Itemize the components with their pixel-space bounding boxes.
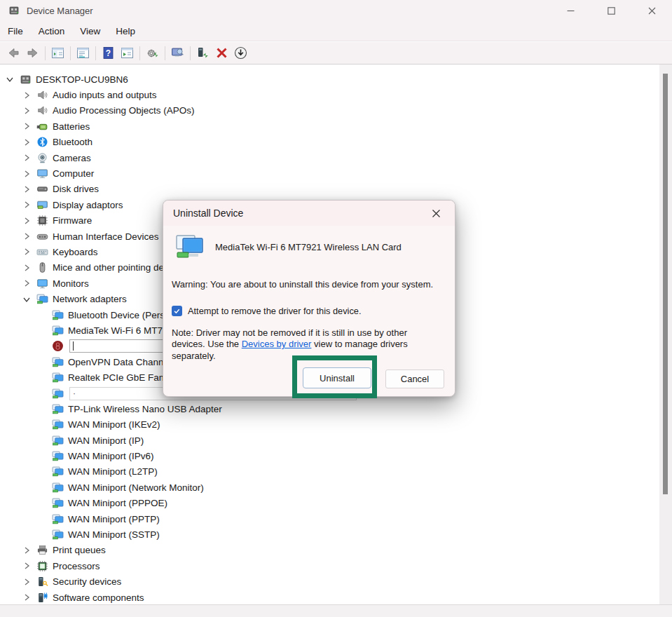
chevron-right-icon[interactable] xyxy=(21,168,32,179)
toolbar-disable-button[interactable] xyxy=(231,44,250,62)
toolbar-show-tree-button[interactable] xyxy=(48,44,67,62)
menu-item-help[interactable]: Help xyxy=(108,21,143,41)
tree-item-software-components[interactable]: Software components xyxy=(0,590,659,604)
tree-item-disk-drives[interactable]: Disk drives xyxy=(0,182,659,197)
tree-item-label: Monitors xyxy=(53,278,89,289)
vertical-scrollbar[interactable] xyxy=(659,65,672,604)
toolbar-remote-button[interactable] xyxy=(168,44,187,62)
tree-item-audio-inputs-and-outputs[interactable]: Audio inputs and outputs xyxy=(0,87,659,102)
tree-item-wan-miniport-ikev2[interactable]: WAN Miniport (IKEv2) xyxy=(0,417,659,433)
tree-item-security-devices[interactable]: Security devices xyxy=(0,574,659,590)
network-icon xyxy=(36,293,48,305)
menu-item-file[interactable]: File xyxy=(0,21,31,41)
tree-item-print-queues[interactable]: Print queues xyxy=(0,543,659,558)
net-adapter-icon xyxy=(52,435,64,447)
printer-icon xyxy=(36,544,48,556)
chevron-right-icon[interactable] xyxy=(21,105,32,116)
tree-item-wan-miniport-network-monitor[interactable]: WAN Miniport (Network Monitor) xyxy=(0,480,659,495)
toolbar-separator xyxy=(139,46,140,60)
computer-root-icon xyxy=(20,74,32,86)
tree-item-audio-processing-objects-apos[interactable]: Audio Processing Objects (APOs) xyxy=(0,103,659,118)
checkbox-checked-icon[interactable] xyxy=(172,306,182,316)
menu-item-action[interactable]: Action xyxy=(31,21,73,41)
chevron-right-icon[interactable] xyxy=(21,121,32,132)
toolbar-update-driver-button[interactable] xyxy=(193,44,212,62)
tree-item-cameras[interactable]: Cameras xyxy=(0,150,659,165)
chevron-right-icon[interactable] xyxy=(21,199,32,210)
toolbar-back-button[interactable] xyxy=(4,44,23,62)
chevron-right-icon[interactable] xyxy=(21,184,32,195)
checkbox-label[interactable]: Attempt to remove the driver for this de… xyxy=(188,306,362,316)
chevron-right-icon[interactable] xyxy=(21,278,32,289)
chevron-right-icon[interactable] xyxy=(21,152,32,163)
keyboard-icon xyxy=(36,246,48,258)
toolbar-uninstall-button[interactable] xyxy=(212,44,231,62)
bluetooth-icon xyxy=(36,136,48,148)
tree-item-label: Processors xyxy=(53,561,100,571)
tree-item-wan-miniport-pppoe[interactable]: WAN Miniport (PPPOE) xyxy=(0,496,659,511)
tree-item-label: Display adaptors xyxy=(53,200,123,210)
tree-item-tp-link-wireless-nano-usb-adapter[interactable]: TP-Link Wireless Nano USB Adapter xyxy=(0,401,659,416)
toolbar-forward-button[interactable] xyxy=(23,44,42,62)
minimize-button[interactable] xyxy=(550,0,591,21)
chevron-down-icon[interactable] xyxy=(4,74,15,85)
tree-item-label: WAN Miniport (SSTP) xyxy=(68,529,160,540)
toolbar-separator xyxy=(70,46,71,60)
error-red-icon xyxy=(52,340,64,352)
tree-item-label: Software components xyxy=(53,592,144,603)
monitor-icon xyxy=(36,278,48,290)
tree-item-computer[interactable]: Computer xyxy=(0,165,659,181)
rename-edit-box[interactable] xyxy=(69,339,165,353)
toolbar-action-pane-button[interactable] xyxy=(118,44,137,62)
chevron-down-icon[interactable] xyxy=(21,294,32,305)
tree-item-label: WAN Miniport (IP) xyxy=(68,435,144,446)
menu-item-view[interactable]: View xyxy=(72,21,108,41)
net-adapter-icon xyxy=(52,482,64,494)
tree-item-desktop-ucu9bn6[interactable]: DESKTOP-UCU9BN6 xyxy=(0,72,659,87)
chevron-right-icon[interactable] xyxy=(21,137,32,148)
tree-item-label: Computer xyxy=(53,168,94,179)
computer-icon xyxy=(36,168,48,179)
svg-text:?: ? xyxy=(106,48,111,58)
cancel-button[interactable]: Cancel xyxy=(385,369,444,388)
scrollbar-thumb[interactable] xyxy=(663,74,668,494)
tree-item-label: TP-Link Wireless Nano USB Adapter xyxy=(68,404,222,414)
text-caret xyxy=(73,341,74,351)
battery-icon xyxy=(36,121,48,133)
tree-item-wan-miniport-sstp[interactable]: WAN Miniport (SSTP) xyxy=(0,527,659,542)
chevron-right-icon[interactable] xyxy=(21,576,32,588)
title-bar: Device Manager xyxy=(0,0,672,21)
tree-item-batteries[interactable]: Batteries xyxy=(0,118,659,134)
chevron-right-icon[interactable] xyxy=(21,90,32,101)
devices-by-driver-link[interactable]: Devices by driver xyxy=(242,339,312,349)
remove-driver-checkbox-row: Attempt to remove the driver for this de… xyxy=(172,306,362,316)
chevron-right-icon[interactable] xyxy=(21,246,32,257)
tree-item-wan-miniport-pptp[interactable]: WAN Miniport (PPTP) xyxy=(0,511,659,527)
toolbar-scan-hardware-button[interactable] xyxy=(143,44,162,62)
tree-item-processors[interactable]: Processors xyxy=(0,558,659,574)
tree-item-wan-miniport-ipv6[interactable]: WAN Miniport (IPv6) xyxy=(0,448,659,463)
close-button[interactable] xyxy=(631,0,672,21)
chevron-right-icon[interactable] xyxy=(21,545,32,556)
dialog-close-icon[interactable] xyxy=(427,204,445,222)
chevron-right-icon[interactable] xyxy=(21,592,32,603)
toolbar-properties-button[interactable] xyxy=(74,44,92,62)
maximize-button[interactable] xyxy=(591,0,631,21)
tree-item-wan-miniport-l2tp[interactable]: WAN Miniport (L2TP) xyxy=(0,464,659,480)
net-adapter-icon xyxy=(52,403,64,415)
toolbar-help-button[interactable]: ? xyxy=(99,44,118,62)
toolbar-separator xyxy=(45,46,46,60)
net-adapter-icon xyxy=(52,356,64,368)
chevron-right-icon[interactable] xyxy=(21,215,32,226)
chevron-right-icon[interactable] xyxy=(21,231,32,242)
tree-item-label: Disk drives xyxy=(53,184,99,194)
annotation-box xyxy=(292,355,377,398)
chevron-right-icon[interactable] xyxy=(21,262,32,273)
tree-item-label: Batteries xyxy=(53,121,90,132)
chevron-right-icon[interactable] xyxy=(21,560,32,571)
net-adapter-icon xyxy=(52,529,64,541)
tree-item-bluetooth[interactable]: Bluetooth xyxy=(0,135,659,150)
menu-bar: FileActionViewHelp xyxy=(0,21,672,41)
tree-item-wan-miniport-ip[interactable]: WAN Miniport (IP) xyxy=(0,433,659,448)
net-adapter-icon xyxy=(52,388,64,400)
